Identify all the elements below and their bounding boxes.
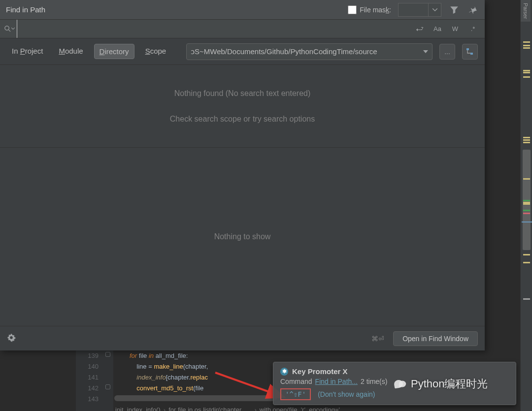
command-count: 2 time(s): [361, 378, 387, 385]
directory-path-field[interactable]: ɔS~MWeb/Documents/Github/PythonCodingTim…: [186, 43, 421, 60]
search-input-row: ⮐ Aa W .*: [0, 20, 485, 38]
pin-button[interactable]: [467, 4, 479, 16]
fold-toggle-icon[interactable]: [105, 384, 110, 389]
command-link[interactable]: Find in Path...: [315, 378, 358, 385]
scope-tabs: In Project Module Directory Scope: [7, 44, 171, 59]
recursive-toggle-button[interactable]: [462, 44, 478, 60]
file-mask-input[interactable]: [398, 3, 429, 17]
fold-toggle-icon[interactable]: [105, 352, 110, 357]
line-number: 140: [76, 361, 99, 372]
gear-icon: [7, 333, 16, 342]
dialog-titlebar: Find in Path File mask:: [0, 0, 485, 20]
file-mask-label: File mask:: [360, 6, 391, 14]
dialog-title: Find in Path: [6, 5, 45, 14]
breadcrumb-separator-icon: ›: [254, 405, 256, 411]
dialog-footer: ⌘⏎ Open in Find Window: [0, 326, 485, 350]
chevron-down-icon: [423, 50, 428, 53]
tab-scope[interactable]: Scope: [140, 44, 171, 59]
tab-in-project[interactable]: In Project: [7, 44, 48, 59]
breadcrumb-item[interactable]: for file in os.listdir(chapter_…: [168, 405, 251, 411]
nothing-to-show-label: Nothing to show: [214, 232, 271, 241]
breadcrumb-item[interactable]: with open(file, 'r', encoding='…: [260, 405, 346, 411]
directory-history-dropdown[interactable]: [419, 43, 432, 60]
find-in-path-dialog: Find in Path File mask:: [0, 0, 485, 350]
match-case-toggle[interactable]: Aa: [429, 22, 446, 36]
editor-overview-scrollbar[interactable]: [522, 34, 532, 406]
editor-right-rail: Parser: [520, 0, 532, 411]
no-results-message: Nothing found (No search text entered): [174, 89, 311, 98]
line-number: 139: [76, 350, 99, 361]
tab-module[interactable]: Module: [54, 44, 88, 59]
file-mask-checkbox[interactable]: [348, 5, 357, 14]
shortcut-highlight: '^⇧F': [280, 388, 311, 400]
svg-rect-2: [466, 48, 469, 50]
open-in-find-window-button[interactable]: Open in Find Window: [393, 331, 478, 346]
chevron-down-icon: [432, 8, 437, 11]
svg-point-0: [5, 26, 9, 30]
regex-toggle[interactable]: .*: [464, 22, 482, 36]
search-results-area: Nothing found (No search text entered) C…: [0, 65, 485, 148]
breadcrumb-item[interactable]: init_index_info(): [115, 405, 161, 411]
line-number: 142: [76, 383, 99, 394]
line-number: 141: [76, 372, 99, 383]
file-mask-control[interactable]: File mask:: [348, 5, 391, 14]
watermark-text: Python编程时光: [411, 377, 488, 391]
plugin-icon: ✱: [280, 368, 288, 376]
command-label: Command: [280, 378, 312, 385]
search-input[interactable]: [17, 20, 411, 38]
line-number-gutter: 139 140 141 142 143: [76, 349, 103, 411]
dont-show-again-link[interactable]: (Don't show again): [318, 390, 375, 398]
preview-area: Nothing to show: [0, 148, 485, 326]
line-number: 143: [76, 394, 99, 405]
horizontal-scrollbar[interactable]: [114, 395, 277, 401]
svg-line-1: [8, 30, 10, 32]
filter-button[interactable]: [448, 4, 460, 16]
scope-row: In Project Module Directory Scope ɔS~MWe…: [0, 38, 485, 65]
search-icon: [4, 25, 11, 32]
file-mask-dropdown[interactable]: [429, 3, 441, 17]
wechat-icon: [394, 380, 408, 388]
funnel-icon: [450, 5, 459, 14]
settings-button[interactable]: [7, 333, 16, 344]
chevron-down-icon: [11, 28, 15, 30]
browse-directory-button[interactable]: ...: [439, 44, 455, 60]
rail-label-parser[interactable]: Parser: [521, 0, 531, 22]
breadcrumb-separator-icon: ›: [164, 405, 166, 411]
fold-column: [103, 349, 113, 411]
tree-icon: [466, 48, 474, 56]
keyboard-hint: ⌘⏎: [371, 335, 384, 343]
breadcrumb-bar[interactable]: init_index_info() › for file in os.listd…: [115, 405, 346, 411]
watermark: Python编程时光: [394, 377, 488, 391]
search-icon-wrap[interactable]: [0, 25, 16, 32]
whole-word-toggle[interactable]: W: [446, 22, 464, 36]
preserve-case-toggle[interactable]: ⮐: [411, 22, 429, 36]
pin-icon: [468, 5, 477, 14]
svg-rect-3: [470, 53, 473, 55]
hint-message: Check search scope or try search options: [170, 115, 315, 124]
tab-directory[interactable]: Directory: [94, 44, 134, 59]
notification-title: Key Promoter X: [292, 367, 348, 376]
